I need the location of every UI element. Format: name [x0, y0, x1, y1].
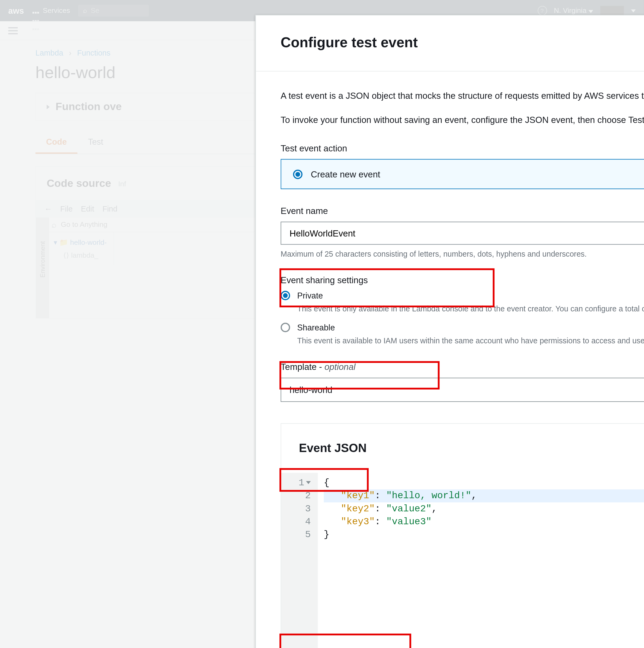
- test-event-action-group: Create new event Edit saved event: [281, 159, 644, 189]
- event-sharing-label: Event sharing settings: [281, 275, 644, 285]
- template-label: Template - optional: [281, 362, 644, 372]
- shareable-option[interactable]: Shareable: [281, 323, 644, 332]
- editor-content[interactable]: { "key1": "hello, world!", "key2": "valu…: [318, 473, 644, 648]
- editor-gutter: 1 2345: [281, 473, 318, 648]
- event-name-hint: Maximum of 25 characters consisting of l…: [281, 250, 644, 258]
- modal-description-1: A test event is a JSON object that mocks…: [281, 89, 644, 103]
- event-name-label: Event name: [281, 206, 644, 216]
- json-editor[interactable]: 1 2345 { "key1": "hello, world!", "key2"…: [281, 473, 644, 648]
- radio-icon: [281, 291, 290, 300]
- create-new-event-option[interactable]: Create new event: [281, 159, 644, 189]
- radio-icon: [293, 169, 302, 179]
- event-json-panel: Event JSON Format JSON 1 2345 { "key1": …: [281, 423, 644, 648]
- shareable-description: This event is available to IAM users wit…: [297, 336, 644, 345]
- template-select[interactable]: hello-world: [281, 378, 644, 402]
- test-event-action-label: Test event action: [281, 143, 644, 153]
- event-json-title: Event JSON: [299, 442, 366, 455]
- private-option[interactable]: Private: [281, 291, 644, 300]
- event-name-input[interactable]: [281, 222, 644, 245]
- radio-icon: [281, 323, 290, 332]
- configure-test-event-modal: Configure test event ✕ A test event is a…: [255, 15, 644, 648]
- private-description: This event is only available in the Lamb…: [297, 304, 644, 313]
- modal-description-2: To invoke your function without saving a…: [281, 113, 644, 127]
- modal-title: Configure test event: [281, 34, 418, 51]
- modal-header: Configure test event ✕: [256, 15, 644, 71]
